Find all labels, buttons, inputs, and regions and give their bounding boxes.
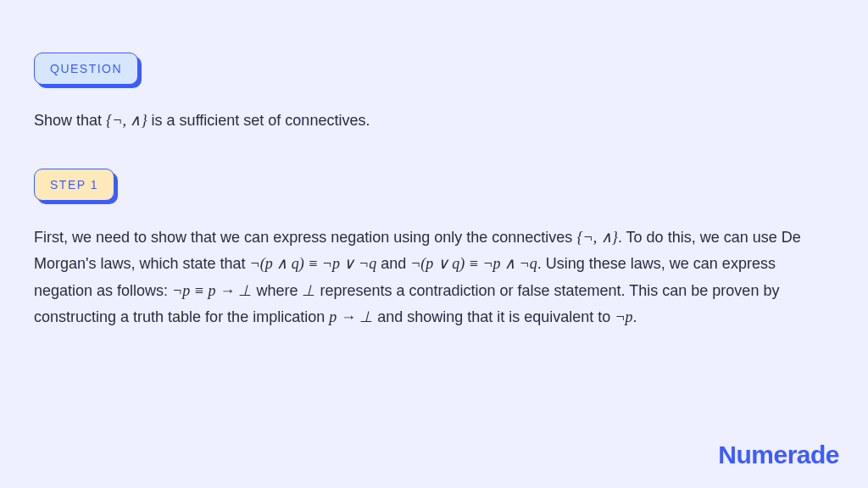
s1c: and: [376, 255, 410, 272]
s1g: and showing that it is equivalent to: [373, 308, 615, 325]
s1e: where: [252, 282, 302, 299]
brand-logo: Numerade: [718, 441, 839, 469]
question-post: is a sufficient set of connectives.: [147, 112, 370, 129]
question-badge-label: QUESTION: [50, 62, 122, 75]
question-set: {¬, ∧}: [106, 112, 147, 129]
question-badge: QUESTION: [34, 53, 138, 85]
question-pre: Show that: [34, 112, 106, 129]
content-area: QUESTION Show that {¬, ∧} is a sufficien…: [0, 0, 868, 331]
s1h: .: [633, 308, 637, 325]
bottom-symbol: ⊥: [302, 282, 315, 299]
question-text: Show that {¬, ∧} is a sufficient set of …: [34, 108, 834, 133]
s1a: First, we need to show that we can expre…: [34, 229, 576, 246]
demorgan1: ¬(p ∧ q) ≡ ¬p ∨ ¬q: [250, 255, 377, 272]
implication: p → ⊥: [329, 308, 373, 325]
step1-text: First, we need to show that we can expre…: [34, 225, 834, 331]
s1-set: {¬, ∧}: [576, 229, 618, 246]
step-badge-label: STEP 1: [50, 178, 98, 191]
step-badge: STEP 1: [34, 169, 114, 201]
neg-expr: ¬p ≡ p → ⊥: [172, 282, 252, 299]
not-p: ¬p: [615, 308, 632, 325]
demorgan2: ¬(p ∨ q) ≡ ¬p ∧ ¬q: [410, 255, 537, 272]
